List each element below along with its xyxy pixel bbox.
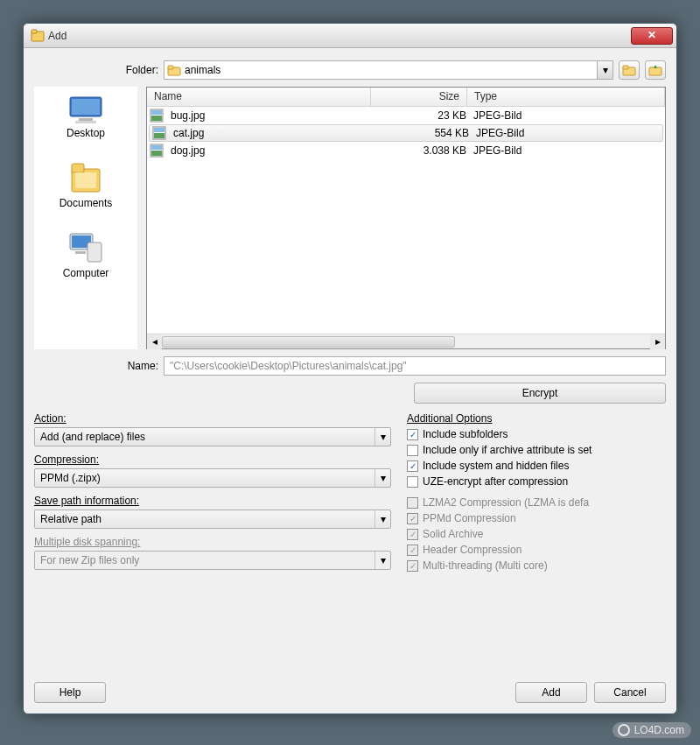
folder-dropdown-button[interactable]: ▾: [597, 61, 612, 79]
computer-icon: [66, 230, 105, 265]
compression-value: PPMd (.zipx): [35, 472, 374, 484]
svg-rect-23: [154, 133, 164, 138]
checkbox: ✓: [407, 545, 418, 556]
name-input[interactable]: [164, 356, 666, 376]
encrypt-row: Encrypt: [34, 383, 666, 404]
option-row: ✓Solid Archive: [407, 526, 666, 542]
client-area: Folder: animals ▾ Desktop: [24, 48, 676, 713]
svg-rect-6: [649, 67, 662, 75]
svg-rect-21: [151, 110, 162, 115]
close-button[interactable]: ✕: [631, 27, 673, 45]
place-desktop-label: Desktop: [66, 127, 105, 139]
option-row: ✓Multi-threading (Multi core): [407, 558, 666, 573]
cell-name: cat.jpg: [170, 127, 376, 139]
checkbox[interactable]: [407, 445, 418, 456]
action-value: Add (and replace) files: [35, 431, 374, 443]
checkbox[interactable]: ✓: [407, 429, 418, 440]
svg-rect-5: [623, 66, 628, 69]
svg-rect-12: [72, 164, 84, 172]
compression-label: Compression:: [34, 453, 391, 466]
scroll-left-button[interactable]: ◂: [147, 334, 162, 349]
svg-rect-17: [75, 251, 86, 254]
option-row: ✓PPMd Compression: [407, 510, 666, 526]
up-folder-button[interactable]: [619, 60, 640, 80]
option-label: LZMA2 Compression (LZMA is defa: [423, 496, 589, 509]
option-row: ✓Header Compression: [407, 542, 666, 558]
image-file-icon: [150, 144, 164, 158]
encrypt-button[interactable]: Encrypt: [414, 383, 666, 404]
place-computer[interactable]: Computer: [63, 230, 109, 279]
cell-size: 23 KB: [374, 109, 470, 122]
cancel-button[interactable]: Cancel: [594, 682, 666, 703]
place-desktop[interactable]: Desktop: [66, 94, 105, 139]
checkbox: ✓: [407, 529, 418, 540]
name-label: Name:: [34, 360, 158, 372]
col-type[interactable]: Type: [467, 88, 665, 106]
help-button[interactable]: Help: [34, 682, 106, 703]
window-title: Add: [48, 30, 631, 42]
folder-value: animals: [181, 64, 597, 76]
titlebar: Add ✕: [24, 24, 676, 48]
option-row[interactable]: ✓Include system and hidden files: [407, 458, 666, 474]
table-row[interactable]: bug.jpg23 KBJPEG-Bild: [147, 107, 665, 124]
option-label: Header Compression: [423, 544, 522, 556]
table-row[interactable]: cat.jpg554 KBJPEG-Bild: [149, 124, 663, 142]
close-icon: ✕: [648, 29, 656, 41]
chevron-down-icon: ▾: [381, 431, 386, 443]
scroll-thumb[interactable]: [162, 336, 455, 348]
savepath-combo[interactable]: Relative path ▾: [34, 510, 391, 529]
col-size[interactable]: Size: [371, 88, 467, 106]
savepath-dropdown-button[interactable]: ▾: [374, 510, 390, 528]
watermark: LO4D.com: [612, 722, 691, 738]
horizontal-scrollbar[interactable]: ◂ ▸: [147, 334, 665, 348]
file-listview[interactable]: Name Size Type bug.jpg23 KBJPEG-Bildcat.…: [146, 87, 666, 349]
scroll-track[interactable]: [162, 336, 650, 348]
image-file-icon: [152, 126, 166, 140]
cell-size: 3.038 KB: [374, 144, 470, 157]
spanning-combo: For new Zip files only ▾: [34, 551, 391, 570]
place-documents-label: Documents: [60, 197, 113, 209]
new-folder-button[interactable]: [645, 60, 666, 80]
savepath-label: Save path information:: [34, 495, 391, 507]
place-documents[interactable]: Documents: [60, 160, 113, 209]
scroll-right-button[interactable]: ▸: [650, 334, 665, 349]
option-label: PPMd Compression: [423, 512, 516, 524]
option-label: Solid Archive: [423, 528, 483, 540]
lower-area: Action: Add (and replace) files ▾ Compre…: [34, 412, 666, 573]
watermark-icon: [618, 724, 630, 736]
cell-type: JPEG-Bild: [470, 144, 662, 157]
option-row[interactable]: ✓Include subfolders: [407, 426, 666, 442]
name-row: Name:: [34, 356, 666, 376]
places-bar: Desktop Documents Computer: [34, 87, 137, 349]
bottom-bar: Help Add Cancel: [34, 673, 666, 703]
folder-icon: [167, 63, 181, 77]
option-row[interactable]: UZE-encrypt after compression: [407, 474, 666, 489]
svg-rect-10: [75, 121, 96, 123]
options-title: Additional Options: [407, 412, 666, 425]
cell-name: bug.jpg: [167, 109, 374, 122]
compression-dropdown-button[interactable]: ▾: [374, 469, 390, 487]
checkbox[interactable]: ✓: [407, 460, 418, 472]
action-label: Action:: [34, 412, 391, 425]
option-row[interactable]: Include only if archive attribute is set: [407, 442, 666, 458]
checkbox: ✓: [407, 560, 418, 572]
col-name[interactable]: Name: [147, 88, 371, 106]
svg-rect-3: [168, 66, 173, 69]
add-button[interactable]: Add: [515, 682, 587, 703]
dialog-window: Add ✕ Folder: animals ▾: [23, 23, 677, 714]
folder-combo[interactable]: animals ▾: [164, 60, 613, 80]
option-row: LZMA2 Compression (LZMA is defa: [407, 495, 666, 510]
documents-icon: [66, 160, 105, 195]
svg-rect-9: [79, 118, 93, 121]
cell-size: 554 KB: [376, 127, 472, 139]
checkbox[interactable]: [407, 476, 418, 488]
chevron-down-icon: ▾: [603, 64, 608, 76]
compression-combo[interactable]: PPMd (.zipx) ▾: [34, 468, 391, 488]
watermark-text: LO4D.com: [634, 724, 684, 736]
folder-label: Folder:: [34, 64, 158, 76]
table-row[interactable]: dog.jpg3.038 KBJPEG-Bild: [147, 142, 665, 159]
action-combo[interactable]: Add (and replace) files ▾: [34, 427, 391, 446]
action-dropdown-button[interactable]: ▾: [374, 428, 390, 446]
svg-rect-27: [151, 151, 162, 156]
mid-area: Desktop Documents Computer Name Size Typ…: [34, 87, 666, 349]
